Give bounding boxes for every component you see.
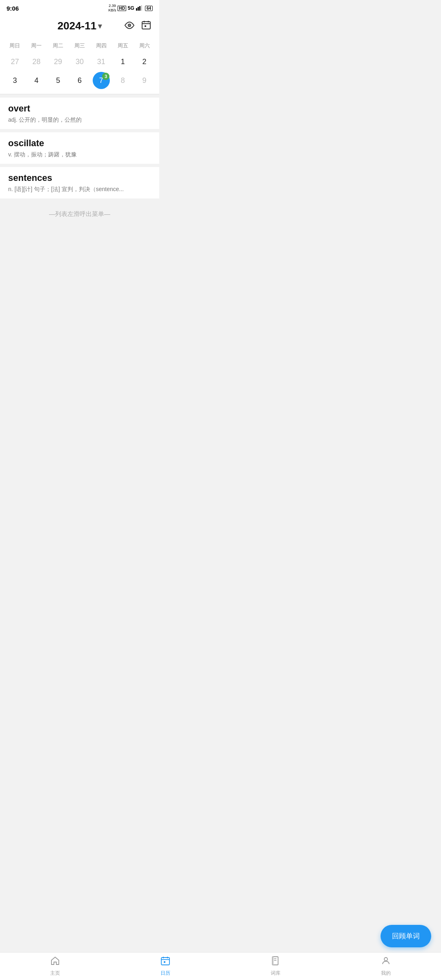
eye-icon[interactable]	[124, 21, 135, 31]
svg-rect-1	[138, 7, 139, 11]
dropdown-arrow-icon[interactable]: ▾	[98, 22, 102, 31]
cal-day-29[interactable]: 29	[47, 54, 69, 69]
word-item-overt[interactable]: overt adj. 公开的，明显的，公然的	[0, 98, 159, 129]
svg-point-5	[129, 24, 130, 25]
word-item-sentences[interactable]: sentences n. [语][计] 句子；[法] 宣判，判决（sentenc…	[0, 167, 159, 198]
word-item-oscillate[interactable]: oscillate v. 摆动，振动；踌躇，犹豫	[0, 132, 159, 164]
weekday-fri: 周五	[112, 40, 134, 51]
calendar: 周日 周一 周二 周三 周四 周五 周六 27 28 29 30 31 1 2 …	[0, 37, 159, 94]
weekday-headers: 周日 周一 周二 周三 周四 周五 周六	[4, 40, 155, 51]
calendar-header-icon[interactable]	[141, 20, 151, 32]
signal-icon	[136, 5, 143, 11]
svg-rect-2	[139, 6, 140, 11]
cal-day-9[interactable]: 9	[134, 72, 155, 89]
cal-day-30[interactable]: 30	[69, 54, 91, 69]
weekday-tue: 周二	[47, 40, 69, 51]
svg-rect-3	[141, 5, 142, 11]
cal-day-4[interactable]: 4	[26, 72, 47, 89]
network-type: 5G	[128, 5, 134, 11]
header: 2024-11 ▾	[0, 15, 159, 37]
word-title-sentences: sentences	[8, 173, 151, 183]
month-year-label: 2024-11	[58, 20, 96, 32]
cal-day-3[interactable]: 3	[4, 72, 26, 89]
word-def-oscillate: v. 摆动，振动；踌躇，犹豫	[8, 150, 151, 159]
weekday-wed: 周三	[69, 40, 91, 51]
cal-day-7-today[interactable]: 7 3	[90, 72, 112, 89]
weekday-thu: 周四	[90, 40, 112, 51]
content-spacer	[0, 229, 159, 352]
status-time: 9:06	[7, 5, 19, 12]
svg-rect-6	[142, 22, 150, 29]
svg-rect-0	[136, 8, 137, 11]
calendar-grid: 27 28 29 30 31 1 2 3 4 5 6 7 3 8 9	[4, 54, 155, 89]
header-actions	[124, 20, 151, 32]
word-title-oscillate: oscillate	[8, 138, 151, 149]
hint-text: —列表左滑呼出菜单—	[0, 199, 159, 226]
cal-day-1[interactable]: 1	[112, 54, 134, 69]
weekday-sat: 周六	[134, 40, 155, 51]
cal-day-5[interactable]: 5	[47, 72, 69, 89]
status-icons: 2.39KB/s HD 5G 64	[108, 4, 153, 13]
word-def-sentences: n. [语][计] 句子；[法] 宣判，判决（sentence...	[8, 185, 151, 194]
weekday-sun: 周日	[4, 40, 26, 51]
battery-badge: 64	[145, 6, 153, 11]
svg-rect-10	[145, 25, 146, 27]
word-list: overt adj. 公开的，明显的，公然的 oscillate v. 摆动，振…	[0, 94, 159, 229]
weekday-mon: 周一	[26, 40, 47, 51]
cal-day-27[interactable]: 27	[4, 54, 26, 69]
status-bar: 9:06 2.39KB/s HD 5G 64	[0, 0, 159, 15]
network-speed: 2.39KB/s	[108, 4, 116, 13]
hd-badge: HD	[118, 6, 126, 11]
word-title-overt: overt	[8, 103, 151, 114]
cal-day-31[interactable]: 31	[90, 54, 112, 69]
cal-day-28[interactable]: 28	[26, 54, 47, 69]
cal-day-8[interactable]: 8	[112, 72, 134, 89]
cal-day-2[interactable]: 2	[134, 54, 155, 69]
header-title[interactable]: 2024-11 ▾	[58, 20, 102, 32]
cal-day-6[interactable]: 6	[69, 72, 91, 89]
word-def-overt: adj. 公开的，明显的，公然的	[8, 116, 151, 124]
